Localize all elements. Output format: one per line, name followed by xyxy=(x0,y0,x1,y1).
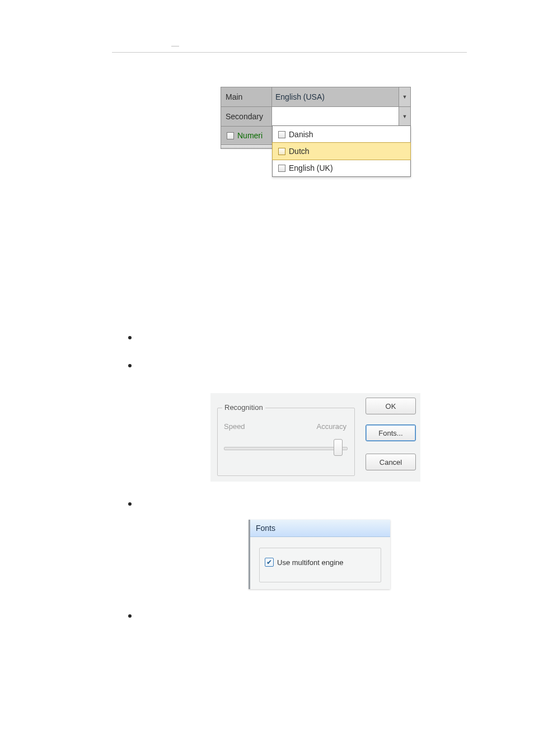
recognition-group-title: Recognition xyxy=(222,403,265,412)
fonts-button[interactable]: Fonts... xyxy=(366,424,416,441)
ok-button[interactable]: OK xyxy=(366,398,416,414)
numeric-checkbox[interactable] xyxy=(227,132,234,139)
speed-label: Speed xyxy=(224,422,245,431)
main-dropdown-value: English (USA) xyxy=(272,92,399,101)
fonts-dialog-title: Fonts xyxy=(250,520,390,537)
secondary-label: Secondary xyxy=(221,107,271,126)
bullet-icon xyxy=(128,336,132,339)
option-label: English (UK) xyxy=(289,164,333,172)
main-row: Main English (USA) ▼ xyxy=(221,87,411,107)
bullet-icon xyxy=(128,502,132,506)
option-dutch[interactable]: Dutch xyxy=(272,142,411,160)
chevron-down-icon[interactable]: ▼ xyxy=(399,107,410,126)
secondary-row: Secondary ▼ xyxy=(221,106,411,127)
use-multifont-checkbox[interactable]: ✔ xyxy=(265,558,274,567)
secondary-dropdown[interactable]: ▼ xyxy=(271,107,410,126)
language-panel: Main English (USA) ▼ Secondary ▼ Numeri … xyxy=(221,87,411,149)
use-multifont-label: Use multifont engine xyxy=(277,558,344,567)
option-checkbox[interactable] xyxy=(278,131,285,138)
header-dash xyxy=(171,46,179,46)
numeric-label: Numeri xyxy=(237,131,263,140)
option-checkbox[interactable] xyxy=(278,165,285,172)
chevron-down-icon[interactable]: ▼ xyxy=(399,87,410,106)
option-label: Dutch xyxy=(289,147,310,156)
accuracy-label: Accuracy xyxy=(317,422,346,431)
use-multifont-checkbox-row[interactable]: ✔ Use multifont engine xyxy=(265,558,344,567)
header-rule xyxy=(112,52,467,53)
option-label: Danish xyxy=(289,130,313,139)
option-english-uk[interactable]: English (UK) xyxy=(273,160,410,176)
fonts-dialog: Fonts ✔ Use multifont engine xyxy=(249,520,390,589)
page: Main English (USA) ▼ Secondary ▼ Numeri … xyxy=(0,0,534,756)
recognition-slider-track[interactable] xyxy=(224,447,348,450)
bullet-icon xyxy=(128,614,132,618)
option-checkbox[interactable] xyxy=(278,148,285,155)
option-danish[interactable]: Danish xyxy=(273,126,410,143)
main-dropdown[interactable]: English (USA) ▼ xyxy=(271,87,410,106)
bullet-icon xyxy=(128,364,132,367)
recognition-panel: Recognition Speed Accuracy OK Fonts... C… xyxy=(210,393,420,482)
cancel-button[interactable]: Cancel xyxy=(366,454,416,470)
secondary-dropdown-list[interactable]: Danish Dutch English (UK) xyxy=(272,125,411,177)
recognition-slider-thumb[interactable] xyxy=(334,439,343,456)
main-label: Main xyxy=(221,87,271,106)
